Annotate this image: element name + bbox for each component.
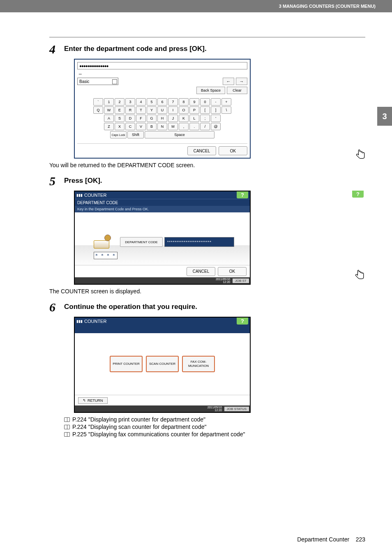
key[interactable]: 4 — [136, 98, 146, 106]
counter-icon: ▮▮▮ — [76, 319, 83, 323]
key[interactable]: 6 — [157, 98, 167, 106]
step-title: Enter the department code and press [OK]… — [64, 42, 207, 53]
step-number: 4 — [49, 42, 64, 56]
keyboard-dialog: ●●●●●●●●●●●●●● _ Basic ← → Back Space Cl… — [74, 59, 251, 159]
row-space: Caps Lock Shift Space — [110, 131, 214, 138]
key[interactable]: @ — [211, 123, 221, 130]
screen-subtitle-bar: DEPARTMENT CODE ? — [75, 199, 250, 206]
step-5: 5 Press [OK]. — [49, 174, 365, 188]
keyboard-mode-select[interactable]: Basic — [77, 78, 118, 85]
key[interactable]: [ — [200, 106, 210, 114]
key[interactable]: H — [157, 115, 167, 122]
status-bar: 2011/05/10 12:20 JOB ST — [75, 277, 250, 284]
key[interactable]: N — [157, 123, 167, 130]
blue-spacer — [75, 325, 250, 333]
department-code-button[interactable]: DEPARTMENT CODE — [120, 237, 163, 247]
key[interactable]: ` — [93, 98, 103, 106]
cancel-button[interactable]: CANCEL — [187, 267, 215, 276]
key[interactable]: ' — [211, 115, 221, 122]
ref-text: P.224 "Displaying scan counter for depar… — [72, 424, 206, 430]
caps-lock-key[interactable]: Caps Lock — [110, 131, 127, 138]
fax-communication-button[interactable]: FAX COM- MUNICATION — [182, 356, 215, 372]
key[interactable]: 3 — [125, 98, 135, 106]
step-title: Continue the operation that you require. — [64, 300, 197, 311]
ok-button[interactable]: OK — [218, 267, 247, 276]
key[interactable]: + — [221, 98, 231, 106]
page-content: 4 Enter the department code and press [O… — [0, 12, 392, 438]
key[interactable]: Y — [147, 106, 157, 114]
book-icon — [64, 432, 70, 437]
shift-key[interactable]: Shift — [127, 131, 144, 138]
arrow-right-button[interactable]: → — [236, 78, 247, 85]
key[interactable]: 7 — [168, 98, 178, 106]
help-button-2[interactable]: ? — [352, 191, 364, 198]
key[interactable]: E — [115, 106, 125, 114]
ref-text: P.224 "Displaying print counter for depa… — [72, 416, 205, 423]
key[interactable]: D — [125, 115, 135, 122]
key[interactable]: A — [104, 115, 114, 122]
figure-counter-screen: ▮▮▮ COUNTER ? PRINT COUNTER SCAN COUNTER… — [74, 317, 365, 413]
key[interactable]: 9 — [189, 98, 199, 106]
book-icon — [64, 417, 70, 422]
key[interactable]: Q — [93, 106, 103, 114]
key[interactable]: I — [168, 106, 178, 114]
row-num: ` 1 2 3 4 5 6 7 8 9 0 - + — [93, 98, 231, 106]
department-code-field[interactable]: ************************ — [164, 237, 234, 247]
cancel-button[interactable]: CANCEL — [187, 146, 216, 155]
chapter-number: 3 — [382, 112, 387, 121]
scan-counter-button[interactable]: SCAN COUNTER — [146, 356, 179, 372]
key[interactable]: J — [168, 115, 178, 122]
key[interactable]: P — [189, 106, 199, 114]
space-key[interactable]: Space — [145, 131, 214, 138]
status-date: 2011/05/10 12:20 — [216, 278, 230, 283]
footer-section: Department Counter — [297, 536, 349, 543]
key[interactable]: L — [189, 115, 199, 122]
screen-subtitle: DEPARTMENT CODE — [77, 200, 118, 205]
key[interactable]: 2 — [115, 98, 125, 106]
mode-label: Basic — [79, 79, 89, 84]
arrow-left-button[interactable]: ← — [223, 78, 234, 85]
key[interactable]: R — [125, 106, 135, 114]
key[interactable]: Z — [104, 123, 114, 130]
key[interactable]: \ — [221, 106, 231, 114]
help-button[interactable]: ? — [237, 318, 248, 325]
key[interactable]: S — [115, 115, 125, 122]
ok-button[interactable]: OK — [219, 146, 247, 155]
key[interactable]: - — [211, 98, 221, 106]
key[interactable]: 8 — [179, 98, 189, 106]
key[interactable]: ] — [211, 106, 221, 114]
return-button[interactable]: ↰ RETURN — [78, 397, 108, 404]
key[interactable]: U — [157, 106, 167, 114]
time-text: 12:20 — [223, 281, 230, 283]
keyboard-footer: CANCEL OK — [77, 143, 247, 155]
divider — [49, 37, 365, 37]
key[interactable]: , — [179, 123, 189, 130]
print-counter-button[interactable]: PRINT COUNTER — [110, 356, 143, 372]
key[interactable]: X — [115, 123, 125, 130]
key[interactable]: T — [136, 106, 146, 114]
key[interactable]: B — [147, 123, 157, 130]
key[interactable]: G — [147, 115, 157, 122]
screen-hint: Key in the Department Code and Press OK. — [75, 206, 250, 212]
step4-note: You will be returned to the DEPARTMENT C… — [49, 162, 365, 168]
header-bar: 3 MANAGING COUNTERS (COUNTER MENU) — [0, 0, 392, 12]
key[interactable]: 0 — [200, 98, 210, 106]
key[interactable]: F — [136, 115, 146, 122]
dept-body: DEPARTMENT CODE ************************… — [75, 212, 250, 265]
key[interactable]: 1 — [104, 98, 114, 106]
job-status-button[interactable]: JOB ST — [233, 279, 249, 283]
job-status-button[interactable]: JOB STATUS — [224, 407, 249, 411]
key[interactable]: O — [179, 106, 189, 114]
key[interactable]: M — [168, 123, 178, 130]
clear-button[interactable]: Clear — [227, 87, 247, 94]
key[interactable]: W — [104, 106, 114, 114]
key[interactable]: ; — [200, 115, 210, 122]
backspace-button[interactable]: Back Space — [196, 87, 225, 94]
key[interactable]: / — [200, 123, 210, 130]
key[interactable]: K — [179, 115, 189, 122]
key[interactable]: C — [125, 123, 135, 130]
help-button[interactable]: ? — [237, 191, 248, 198]
key[interactable]: . — [189, 123, 199, 130]
key[interactable]: V — [136, 123, 146, 130]
key[interactable]: 5 — [147, 98, 157, 106]
